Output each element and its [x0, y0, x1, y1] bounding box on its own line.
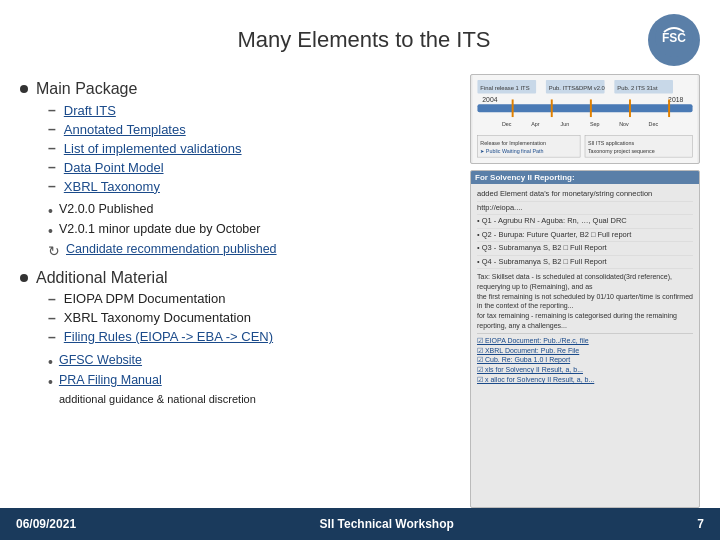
svg-text:Apr: Apr [531, 121, 540, 127]
additional-title: Additional Material [36, 269, 168, 287]
candidate-link[interactable]: Candidate recommendation published [66, 242, 277, 256]
list-item: – Filing Rules (EIOPA -> EBA -> CEN) [48, 329, 450, 345]
v201-text: V2.0.1 minor update due by October [59, 222, 261, 236]
logo: FSC [648, 14, 700, 66]
additional-section: Additional Material – EIOPA DPM Document… [20, 269, 450, 412]
svg-rect-7 [551, 99, 553, 117]
gfsc-link[interactable]: GFSC Website [59, 353, 142, 367]
svg-text:Nov: Nov [619, 121, 629, 127]
svg-text:2004: 2004 [482, 96, 497, 103]
logo-text: FSC [654, 18, 694, 61]
sub-bullet-gfsc: • GFSC Website [48, 353, 450, 371]
additional-items: – EIOPA DPM Documentation – XBRL Taxonom… [48, 291, 450, 345]
svg-text:Taxonomy project sequence: Taxonomy project sequence [588, 148, 655, 154]
svg-text:Pub. ITTS&DPM v2.0: Pub. ITTS&DPM v2.0 [549, 85, 606, 91]
list-item: – Data Point Model [48, 159, 450, 175]
bullet-icon [20, 274, 28, 282]
list-item: – XBRL Taxonomy [48, 178, 450, 194]
svg-text:Sep: Sep [590, 121, 600, 127]
footer: 06/09/2021 SII Technical Workshop 7 [0, 508, 720, 540]
list-item: – Draft ITS [48, 102, 450, 118]
annotated-templates-link[interactable]: Annotated Templates [64, 122, 186, 137]
doc-title: For Solvency II Reporting: [471, 171, 699, 184]
list-item: – EIOPA DPM Documentation [48, 291, 450, 307]
svg-text:2018: 2018 [668, 96, 683, 103]
timeline-image: 2004 2018 Final release 1 ITS Pub. ITTS&… [470, 74, 700, 164]
footer-page: 7 [697, 517, 704, 531]
draft-its-link[interactable]: Draft ITS [64, 103, 116, 118]
header: Many Elements to the ITS FSC [0, 0, 720, 74]
svg-text:Release for Implementation: Release for Implementation [480, 140, 546, 146]
data-point-link[interactable]: Data Point Model [64, 160, 164, 175]
svg-text:➤ Public Waiting final Path: ➤ Public Waiting final Path [480, 148, 543, 154]
doc-lines: added Element data's for monetary/string… [471, 184, 699, 389]
footer-center: SII Technical Workshop [320, 517, 454, 531]
svg-text:Dec: Dec [502, 121, 512, 127]
sub-bullet-pra: • PRA Filing Manual [48, 373, 450, 391]
xbrl-taxonomy-link[interactable]: XBRL Taxonomy [64, 179, 160, 194]
slide: Many Elements to the ITS FSC Main Packag… [0, 0, 720, 540]
eiopa-dpm-text: EIOPA DPM Documentation [64, 291, 226, 306]
main-package-title: Main Package [36, 80, 137, 98]
svg-rect-10 [668, 99, 670, 117]
svg-text:Dec: Dec [649, 121, 659, 127]
right-panel: 2004 2018 Final release 1 ITS Pub. ITTS&… [470, 74, 700, 508]
list-item: – XBRL Taxonomy Documentation [48, 310, 450, 326]
xbrl-doc-text: XBRL Taxonomy Documentation [64, 310, 251, 325]
document-image: For Solvency II Reporting: added Element… [470, 170, 700, 508]
guidance-text: additional guidance & national discretio… [59, 393, 256, 405]
footer-date: 06/09/2021 [16, 517, 76, 531]
sub-bullet-guidance: • additional guidance & national discret… [48, 393, 450, 411]
validations-link[interactable]: List of implemented validations [64, 141, 242, 156]
sub-bullet-candidate: ↻ Candidate recommendation published [48, 242, 450, 260]
sub-bullet-v201: • V2.0.1 minor update due by October [48, 222, 450, 240]
pra-link[interactable]: PRA Filing Manual [59, 373, 162, 387]
svg-rect-8 [590, 99, 592, 117]
svg-rect-3 [477, 104, 692, 112]
content-area: Main Package – Draft ITS – Annotated Tem… [0, 74, 720, 508]
filing-rules-link[interactable]: Filing Rules (EIOPA -> EBA -> CEN) [64, 329, 273, 344]
svg-text:FSC: FSC [662, 31, 686, 45]
main-package-items: – Draft ITS – Annotated Templates – List… [48, 102, 450, 194]
svg-text:SII ITS applications: SII ITS applications [588, 140, 634, 146]
v200-text: V2.0.0 Published [59, 202, 154, 216]
left-panel: Main Package – Draft ITS – Annotated Tem… [20, 74, 460, 508]
bullet-icon [20, 85, 28, 93]
additional-subbullets: • GFSC Website • PRA Filing Manual • add… [48, 353, 450, 412]
svg-text:Pub. 2 ITS 31st: Pub. 2 ITS 31st [617, 85, 658, 91]
svg-rect-6 [512, 99, 514, 117]
additional-header: Additional Material [20, 269, 450, 287]
svg-text:Jun: Jun [561, 121, 570, 127]
sub-bullet-v200: • V2.0.0 Published [48, 202, 450, 220]
svg-rect-9 [629, 99, 631, 117]
main-package-subbullets: • V2.0.0 Published • V2.0.1 minor update… [48, 202, 450, 261]
page-title: Many Elements to the ITS [80, 27, 648, 53]
list-item: – List of implemented validations [48, 140, 450, 156]
list-item: – Annotated Templates [48, 121, 450, 137]
main-package-header: Main Package [20, 80, 450, 98]
svg-text:Final release 1 ITS: Final release 1 ITS [480, 85, 529, 91]
